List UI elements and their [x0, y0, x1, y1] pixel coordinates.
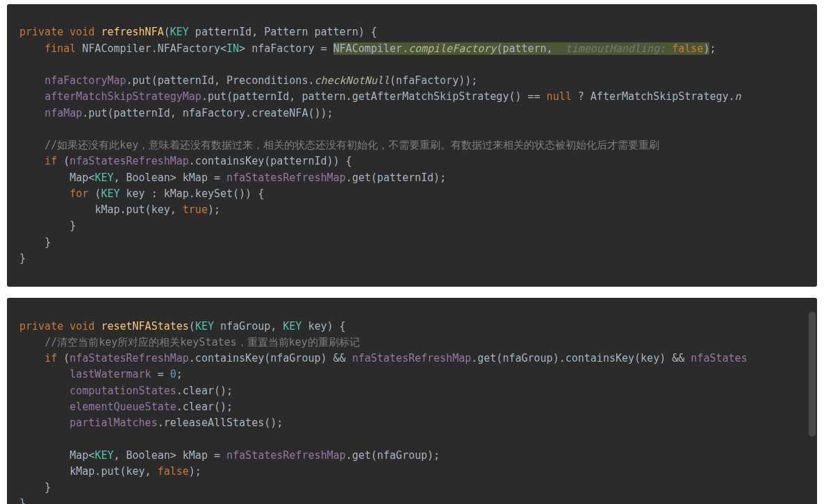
keyword-false: false	[672, 42, 703, 55]
put-end: );	[208, 203, 220, 216]
field-nfaMap: nfaMap	[44, 107, 82, 119]
keyword-final: final	[44, 42, 76, 55]
assign-eq: =	[151, 368, 170, 380]
code-content: private void refreshNFA(KEY patternId, P…	[7, 24, 817, 267]
field-nfaStatesRefreshMap: nfaStatesRefreshMap	[226, 449, 346, 462]
keyword-true: true	[183, 203, 208, 216]
field-nfaStatesRefreshMap: nfaStatesRefreshMap	[226, 171, 346, 184]
call-mid: .put(patternId, Preconditions.	[126, 74, 315, 87]
semicolon: ;	[709, 42, 716, 55]
keyword-false: false	[158, 465, 189, 478]
keyword-void: void	[69, 26, 94, 38]
method-name: refreshNFA	[101, 26, 163, 38]
field-afterMatchSkipStrategyMap: afterMatchSkipStrategyMap	[44, 90, 201, 103]
keyword-private: private	[19, 320, 63, 333]
type-key: KEY	[94, 171, 113, 184]
cond-a: .containsKey(nfaGroup) &&	[189, 352, 352, 364]
hl-method: compileFactory	[409, 42, 496, 55]
map-pre: Map<	[69, 171, 94, 184]
scrollbar-thumb[interactable]	[809, 312, 816, 437]
cut-method-tail: n	[735, 90, 741, 103]
type-key: KEY	[283, 320, 302, 333]
cond-rest: .containsKey(patternId)) {	[189, 155, 352, 167]
field-nfaStatesRefreshMap: nfaStatesRefreshMap	[69, 155, 189, 167]
map-end: .get(nfaGroup);	[346, 449, 440, 462]
keyword-if: if	[44, 352, 57, 364]
open-paren: (	[88, 187, 101, 200]
type-key: KEY	[195, 320, 214, 333]
params-rest: patternId, Pattern pattern) {	[189, 26, 377, 38]
keyword-void: void	[69, 320, 94, 333]
hl-args-a: (pattern,	[496, 42, 559, 55]
number-zero: 0	[170, 368, 176, 380]
hl-class: NFACompiler.	[333, 42, 409, 55]
field-nfaStates-cut: nfaStates	[691, 352, 747, 364]
type-key: KEY	[170, 26, 189, 38]
params-end: key) {	[302, 320, 345, 333]
line-comment: //清空当前key所对应的相关keyStates，重置当前key的重刷标记	[44, 336, 360, 348]
semicolon: ;	[176, 368, 183, 380]
decl-pre: NFACompiler.NFAFactory<	[76, 42, 226, 55]
params-mid: nfaGroup,	[214, 320, 283, 333]
call-mid: .put(patternId, pattern.getAfterMatchSki…	[201, 90, 547, 103]
field-nfaStatesRefreshMap: nfaStatesRefreshMap	[69, 352, 189, 364]
call-rest: .clear();	[176, 401, 233, 413]
type-key: KEY	[94, 449, 113, 462]
type-in: IN	[226, 42, 239, 55]
type-key: KEY	[101, 187, 120, 200]
brace-close: }	[44, 236, 51, 249]
brace-close: }	[69, 219, 76, 232]
code-content: private void resetNFAStates(KEY nfaGroup…	[7, 319, 817, 505]
open-paren: (	[57, 155, 69, 167]
call-rest: .clear();	[176, 385, 233, 397]
call-rest: .put(patternId, nfaFactory.createNFA());	[82, 107, 333, 119]
field-nfaFactoryMap: nfaFactoryMap	[44, 74, 126, 87]
brace-close: }	[19, 252, 26, 264]
field-computationStates: computationStates	[69, 385, 176, 397]
keyword-for: for	[69, 187, 88, 200]
field-elementQueueState: elementQueueState	[69, 401, 176, 413]
vertical-scrollbar[interactable]	[809, 298, 816, 504]
ternary: ? AfterMatchSkipStrategy.	[572, 90, 735, 103]
inlay-hint: timeoutHandling:	[559, 42, 673, 55]
keyword-null: null	[547, 90, 572, 103]
keyword-private: private	[19, 26, 63, 38]
brace-close: }	[44, 481, 51, 494]
brace-close: }	[19, 497, 26, 504]
code-block-refreshNFA: private void refreshNFA(KEY patternId, P…	[7, 4, 817, 287]
decl-mid: > nfaFactory =	[239, 42, 333, 55]
map-end: .get(patternId);	[346, 171, 447, 184]
code-block-resetNFAStates: private void resetNFAStates(KEY nfaGroup…	[7, 298, 817, 504]
cond-b: .get(nfaGroup).containsKey(key) &&	[471, 352, 691, 364]
field-lastWatermark: lastWatermark	[69, 368, 151, 380]
method-name: resetNFAStates	[101, 320, 188, 333]
highlighted-expression: NFACompiler.compileFactory(pattern, time…	[333, 42, 710, 55]
keyword-if: if	[44, 155, 57, 167]
put-pre: kMap.put(key,	[69, 465, 157, 478]
for-rest: key : kMap.keySet()) {	[120, 187, 265, 200]
map-mid: , Boolean> kMap =	[113, 449, 226, 462]
put-end: );	[189, 465, 201, 478]
open-paren: (	[57, 352, 69, 364]
field-partialMatches: partialMatches	[69, 417, 157, 429]
call-end: (nfaFactory));	[390, 74, 477, 87]
field-nfaStatesRefreshMap: nfaStatesRefreshMap	[352, 352, 472, 364]
map-mid: , Boolean> kMap =	[113, 171, 226, 184]
line-comment: //如果还没有此key，意味着还没有数据过来，相关的状态还没有初始化，不需要重刷…	[44, 139, 659, 151]
put-pre: kMap.put(key,	[94, 203, 182, 216]
static-call: checkNotNull	[314, 74, 389, 87]
map-pre: Map<	[69, 449, 94, 462]
call-rest: .releaseAllStates();	[158, 417, 283, 429]
